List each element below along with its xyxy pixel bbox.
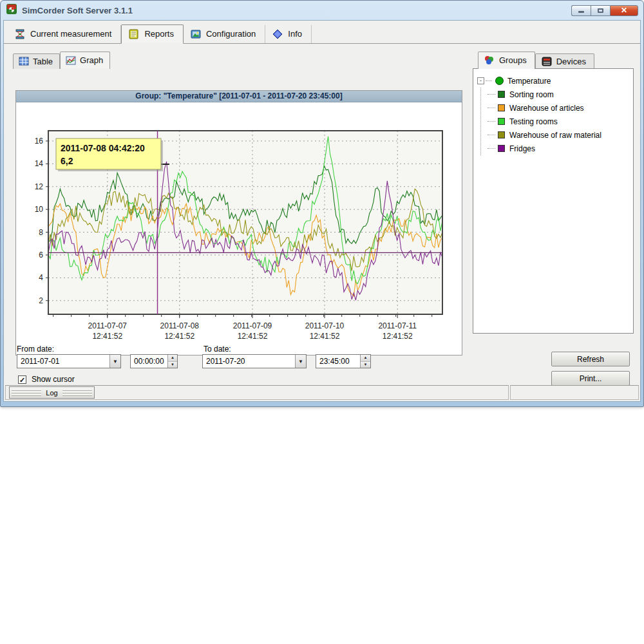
x-tick-date-label: 2011-07-07 — [88, 321, 128, 330]
tree-item-label: Temperature — [507, 77, 551, 86]
log-lines-decoration — [12, 390, 41, 396]
minimize-button[interactable] — [571, 5, 591, 16]
x-tick-date-label: 2011-07-10 — [305, 321, 345, 330]
titlebar[interactable]: SimCorder Soft Server 3.1.1 ✕ — [1, 1, 643, 20]
configuration-icon — [190, 29, 202, 39]
y-tick-label: 8 — [39, 228, 43, 237]
tab-label: Current measurement — [30, 29, 111, 39]
tab-devices[interactable]: Devices — [535, 53, 594, 69]
devices-icon — [541, 57, 553, 66]
app-body: Current measurement Reports Configuratio… — [3, 20, 641, 402]
tab-label: Graph — [80, 55, 103, 65]
tree-connector — [488, 135, 495, 135]
tooltip-timestamp: 2011-07-08 04:42:20 — [61, 143, 145, 153]
tree-item-label: Fridges — [509, 144, 535, 153]
x-tick-date-label: 2011-07-09 — [233, 321, 272, 330]
x-tick-time-label: 12:41:52 — [92, 332, 122, 341]
spinner-arrows[interactable]: ▲▼ — [167, 355, 177, 368]
spinner-arrows[interactable]: ▲▼ — [360, 355, 370, 368]
desktop: SimCorder Soft Server 3.1.1 ✕ Current me… — [0, 0, 644, 644]
tree-connector — [486, 80, 492, 81]
tab-current-measurement[interactable]: Current measurement — [8, 25, 121, 43]
window-title: SimCorder Soft Server 3.1.1 — [22, 6, 567, 15]
tooltip-value: 6,2 — [61, 156, 73, 166]
tree-connector — [488, 108, 495, 108]
tab-label: Groups — [499, 55, 527, 65]
y-tick-label: 6 — [39, 251, 43, 260]
tab-groups[interactable]: Groups — [478, 52, 535, 69]
app-window: SimCorder Soft Server 3.1.1 ✕ Current me… — [0, 0, 644, 407]
tab-label: Configuration — [206, 29, 256, 39]
sensor-color-icon — [498, 145, 505, 152]
x-tick-time-label: 12:41:52 — [238, 332, 268, 341]
y-tick-label: 4 — [39, 273, 43, 282]
to-time-value: 23:45:00 — [316, 357, 360, 366]
tab-label: Table — [33, 57, 53, 66]
spin-up-icon[interactable]: ▲ — [168, 355, 177, 362]
tab-label: Reports — [144, 29, 174, 39]
close-icon: ✕ — [621, 6, 627, 15]
tree-item-label: Sorting room — [509, 90, 554, 99]
chevron-down-icon[interactable]: ▼ — [109, 355, 120, 368]
tab-table[interactable]: Table — [13, 53, 60, 69]
to-date-label: To date: — [204, 345, 231, 354]
show-cursor-checkbox[interactable]: ✓ — [18, 375, 26, 384]
main-tabbar: Current measurement Reports Configuratio… — [4, 24, 640, 44]
from-time-value: 00:00:00 — [131, 357, 167, 366]
tab-info[interactable]: Info — [265, 25, 312, 43]
to-date-value: 2011-07-20 — [203, 357, 295, 366]
refresh-button[interactable]: Refresh — [551, 352, 630, 366]
from-date-label: From date: — [17, 345, 54, 354]
groups-icon — [484, 55, 495, 65]
tab-reports[interactable]: Reports — [121, 24, 184, 44]
show-cursor-label: Show cursor — [32, 375, 75, 384]
close-button[interactable]: ✕ — [610, 5, 638, 16]
temperature-chart[interactable]: 2468101214162011-07-0712:41:522011-07-08… — [16, 102, 462, 355]
tab-graph[interactable]: Graph — [60, 52, 110, 69]
tab-configuration[interactable]: Configuration — [184, 25, 265, 43]
y-tick-label: 2 — [39, 296, 43, 305]
to-date-combobox[interactable]: 2011-07-20 ▼ — [202, 354, 307, 368]
log-lines-decoration — [62, 390, 92, 396]
y-tick-label: 12 — [35, 182, 44, 191]
reports-icon — [128, 29, 140, 39]
tree-item[interactable]: Fridges — [488, 142, 630, 155]
from-time-spinner[interactable]: 00:00:00 ▲▼ — [130, 354, 178, 368]
tree-item[interactable]: Testing rooms — [488, 115, 630, 128]
to-time-spinner[interactable]: 23:45:00 ▲▼ — [316, 354, 371, 368]
tree-item[interactable]: Warehouse of articles — [488, 101, 630, 115]
tree-item-root[interactable]: - Temperature — [477, 74, 630, 88]
from-date-value: 2011-07-01 — [17, 357, 109, 366]
tree-connector — [488, 121, 495, 122]
maximize-button[interactable] — [591, 5, 610, 16]
tree-item-label: Warehouse of raw material — [509, 131, 601, 140]
view-tabbar: Table Graph — [13, 52, 110, 69]
x-tick-time-label: 12:41:52 — [164, 332, 194, 341]
spin-down-icon[interactable]: ▼ — [168, 362, 177, 368]
sensor-color-icon — [498, 91, 505, 98]
statusbar-cell-left: Log — [5, 385, 509, 400]
tree-children: Sorting roomWarehouse of articlesTesting… — [480, 88, 630, 155]
tree-item-label: Warehouse of articles — [509, 104, 584, 113]
spin-up-icon[interactable]: ▲ — [361, 355, 370, 362]
table-icon — [19, 57, 29, 66]
right-tabbar: Groups Devices — [478, 52, 594, 69]
statusbar: Log — [5, 384, 639, 400]
tree-item[interactable]: Warehouse of raw material — [488, 128, 630, 142]
x-tick-date-label: 2011-07-08 — [160, 321, 200, 330]
tree-item[interactable]: Sorting room — [488, 88, 630, 101]
sensor-color-icon — [498, 104, 505, 111]
log-button[interactable]: Log — [9, 386, 95, 399]
x-tick-date-label: 2011-07-11 — [378, 321, 417, 330]
maximize-icon — [598, 8, 603, 13]
chevron-down-icon[interactable]: ▼ — [295, 355, 306, 368]
from-date-combobox[interactable]: 2011-07-01 ▼ — [17, 354, 121, 368]
sensor-color-icon — [498, 131, 505, 138]
window-controls: ✕ — [571, 5, 638, 16]
y-tick-label: 14 — [35, 159, 44, 168]
log-button-label: Log — [46, 389, 57, 397]
chart-group-header: Group: "Temperature" [2011-07-01 - 2011-… — [16, 91, 462, 102]
spin-down-icon[interactable]: ▼ — [361, 362, 370, 368]
tree-connector — [488, 94, 495, 95]
collapse-icon[interactable]: - — [477, 77, 484, 84]
